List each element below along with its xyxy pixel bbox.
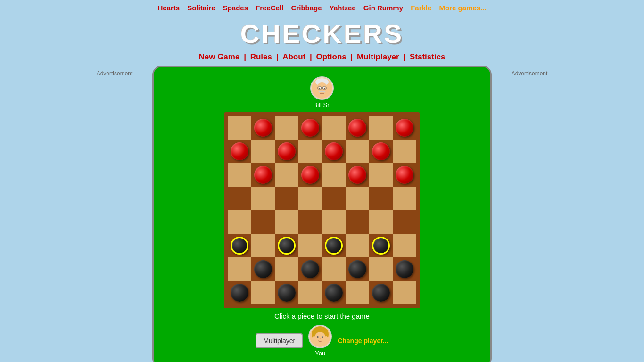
piece-black-selected-5-6[interactable] xyxy=(372,237,390,255)
cell-4-4[interactable] xyxy=(322,210,346,234)
cell-0-5[interactable] xyxy=(346,116,369,140)
piece-black-selected-5-4[interactable] xyxy=(325,237,343,255)
cell-6-0[interactable] xyxy=(228,257,251,281)
piece-red-0-1[interactable] xyxy=(254,119,272,137)
cell-4-7[interactable] xyxy=(393,210,416,234)
piece-black-selected-5-0[interactable] xyxy=(231,237,248,255)
cell-0-2[interactable] xyxy=(275,116,298,140)
piece-red-2-1[interactable] xyxy=(254,166,272,184)
cell-5-0[interactable] xyxy=(228,234,251,257)
piece-red-0-7[interactable] xyxy=(396,119,413,137)
cell-3-7[interactable] xyxy=(393,187,416,210)
cell-5-6[interactable] xyxy=(369,234,393,257)
cell-2-3[interactable] xyxy=(298,163,322,187)
cell-5-4[interactable] xyxy=(322,234,346,257)
cell-4-0[interactable] xyxy=(228,210,251,234)
cell-6-5[interactable] xyxy=(346,257,369,281)
change-player-link[interactable]: Change player... xyxy=(338,337,388,345)
cell-6-6[interactable] xyxy=(369,257,393,281)
piece-red-1-2[interactable] xyxy=(278,142,296,160)
cell-5-2[interactable] xyxy=(275,234,298,257)
nav-gin-rummy[interactable]: Gin Rummy xyxy=(363,4,403,12)
cell-7-5[interactable] xyxy=(346,281,369,304)
piece-black-6-7[interactable] xyxy=(396,260,413,278)
menu-statistics[interactable]: Statistics xyxy=(410,52,446,61)
menu-about[interactable]: About xyxy=(282,52,305,61)
menu-options[interactable]: Options xyxy=(316,52,347,61)
piece-red-2-5[interactable] xyxy=(348,166,366,184)
cell-3-6[interactable] xyxy=(369,187,393,210)
piece-black-6-1[interactable] xyxy=(254,260,272,278)
cell-1-3[interactable] xyxy=(298,140,322,163)
cell-0-1[interactable] xyxy=(251,116,275,140)
cell-7-6[interactable] xyxy=(369,281,393,304)
cell-3-0[interactable] xyxy=(228,187,251,210)
cell-7-4[interactable] xyxy=(322,281,346,304)
menu-multiplayer[interactable]: Multiplayer xyxy=(357,52,399,61)
cell-1-5[interactable] xyxy=(346,140,369,163)
cell-6-3[interactable] xyxy=(298,257,322,281)
cell-2-2[interactable] xyxy=(275,163,298,187)
cell-1-0[interactable] xyxy=(228,140,251,163)
piece-red-2-3[interactable] xyxy=(301,166,319,184)
piece-black-7-2[interactable] xyxy=(278,284,296,302)
cell-3-3[interactable] xyxy=(298,187,322,210)
cell-7-7[interactable] xyxy=(393,281,416,304)
cell-4-5[interactable] xyxy=(346,210,369,234)
cell-3-2[interactable] xyxy=(275,187,298,210)
piece-red-1-6[interactable] xyxy=(372,142,390,160)
cell-1-4[interactable] xyxy=(322,140,346,163)
piece-black-7-4[interactable] xyxy=(325,284,343,302)
cell-6-1[interactable] xyxy=(251,257,275,281)
cell-6-4[interactable] xyxy=(322,257,346,281)
nav-solitaire[interactable]: Solitaire xyxy=(187,4,215,12)
cell-0-0[interactable] xyxy=(228,116,251,140)
cell-1-6[interactable] xyxy=(369,140,393,163)
menu-rules[interactable]: Rules xyxy=(250,52,272,61)
checkers-board[interactable] xyxy=(228,116,416,304)
multiplayer-button[interactable]: Multiplayer xyxy=(256,333,303,348)
piece-red-2-7[interactable] xyxy=(396,166,413,184)
cell-3-5[interactable] xyxy=(346,187,369,210)
piece-red-0-5[interactable] xyxy=(348,119,366,137)
nav-more-games[interactable]: More games... xyxy=(439,4,487,12)
cell-5-7[interactable] xyxy=(393,234,416,257)
cell-2-4[interactable] xyxy=(322,163,346,187)
cell-4-6[interactable] xyxy=(369,210,393,234)
nav-farkle[interactable]: Farkle xyxy=(411,4,431,12)
cell-2-0[interactable] xyxy=(228,163,251,187)
cell-0-4[interactable] xyxy=(322,116,346,140)
piece-black-7-6[interactable] xyxy=(372,284,390,302)
nav-hearts[interactable]: Hearts xyxy=(157,4,180,12)
cell-4-2[interactable] xyxy=(275,210,298,234)
cell-0-7[interactable] xyxy=(393,116,416,140)
cell-5-5[interactable] xyxy=(346,234,369,257)
cell-7-0[interactable] xyxy=(228,281,251,304)
piece-red-0-3[interactable] xyxy=(301,119,319,137)
piece-black-6-5[interactable] xyxy=(348,260,366,278)
cell-5-1[interactable] xyxy=(251,234,275,257)
cell-6-2[interactable] xyxy=(275,257,298,281)
cell-2-7[interactable] xyxy=(393,163,416,187)
cell-3-1[interactable] xyxy=(251,187,275,210)
cell-0-6[interactable] xyxy=(369,116,393,140)
cell-4-3[interactable] xyxy=(298,210,322,234)
cell-2-6[interactable] xyxy=(369,163,393,187)
menu-new-game[interactable]: New Game xyxy=(198,52,239,61)
nav-freecell[interactable]: FreeCell xyxy=(256,4,283,12)
cell-3-4[interactable] xyxy=(322,187,346,210)
cell-4-1[interactable] xyxy=(251,210,275,234)
cell-2-5[interactable] xyxy=(346,163,369,187)
nav-cribbage[interactable]: Cribbage xyxy=(291,4,322,12)
cell-2-1[interactable] xyxy=(251,163,275,187)
piece-black-selected-5-2[interactable] xyxy=(278,237,296,255)
nav-spades[interactable]: Spades xyxy=(223,4,248,12)
piece-black-6-3[interactable] xyxy=(301,260,319,278)
piece-red-1-0[interactable] xyxy=(231,142,248,160)
cell-7-2[interactable] xyxy=(275,281,298,304)
piece-black-7-0[interactable] xyxy=(231,284,248,302)
cell-7-1[interactable] xyxy=(251,281,275,304)
cell-5-3[interactable] xyxy=(298,234,322,257)
nav-yahtzee[interactable]: Yahtzee xyxy=(330,4,356,12)
piece-red-1-4[interactable] xyxy=(325,142,343,160)
